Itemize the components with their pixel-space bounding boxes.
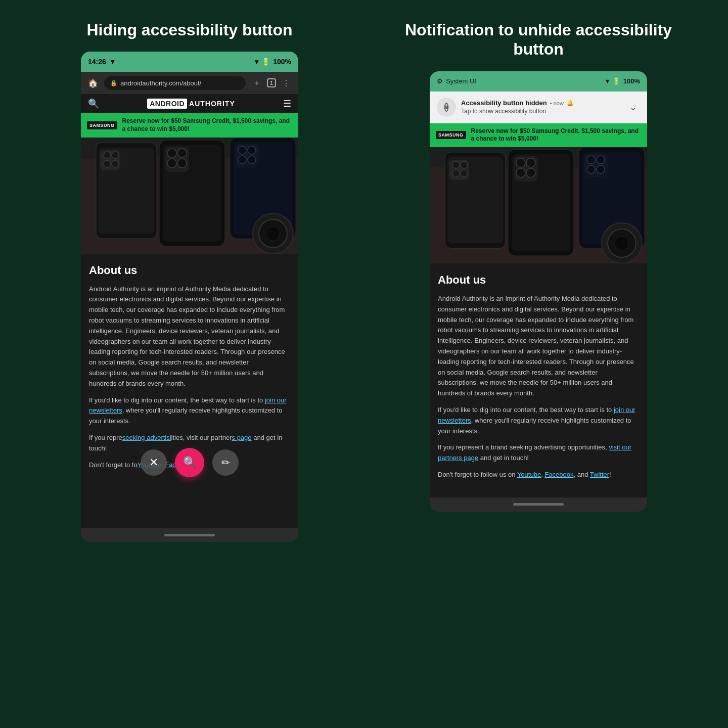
right-body-para2: If you'd like to dig into our content, t… (438, 405, 639, 436)
svg-point-36 (461, 170, 468, 177)
svg-point-21 (238, 156, 246, 164)
right-notif-title-row: Accessibility button hidden • now 🔔 (461, 99, 621, 107)
svg-point-34 (461, 161, 468, 168)
left-fab-edit-button[interactable]: ✏ (212, 449, 239, 476)
right-notification-card[interactable]: Accessibility button hidden • now 🔔 Tap … (430, 92, 647, 123)
right-notif-body: Tap to show accessibility button (461, 108, 621, 115)
left-section: Hiding accessibility button 14:26 ▼ ▾ 🔋 … (30, 20, 349, 542)
right-notif-title: Accessibility button hidden (461, 99, 547, 107)
left-home-pill (164, 534, 215, 536)
svg-point-12 (167, 149, 176, 158)
right-twitter-link[interactable]: Twitter (590, 471, 609, 478)
left-fab-search-button[interactable]: 🔍 (175, 448, 204, 477)
svg-point-14 (167, 159, 176, 168)
left-bottom-bar (81, 528, 298, 542)
svg-point-7 (104, 160, 111, 167)
right-youtube-link[interactable]: Youtube (517, 471, 541, 478)
left-lock-icon: 🔒 (110, 80, 117, 86)
page-container: Hiding accessibility button 14:26 ▼ ▾ 🔋 … (30, 20, 698, 542)
left-para3-mid: ities, visit our partner (171, 434, 232, 441)
svg-point-22 (248, 156, 256, 164)
svg-point-27 (446, 107, 447, 108)
left-url-box[interactable]: 🔒 androidauthority.com/about/ (104, 76, 246, 90)
right-samsung-text: Reserve now for $50 Samsung Credit, $1,5… (471, 127, 641, 143)
svg-point-43 (526, 168, 535, 177)
left-phone-mockup: 14:26 ▼ ▾ 🔋 100% 🏠 🔒 androidauthority.co… (81, 52, 298, 542)
left-article-body: Android Authority is an imprint of Autho… (89, 284, 290, 471)
left-site-nav: 🔍 ANDROID AUTHORITY ☰ (81, 94, 298, 113)
left-home-button[interactable]: 🏠 (86, 76, 100, 90)
svg-point-42 (516, 168, 525, 177)
right-system-ui-text: System UI (446, 77, 476, 85)
right-notif-icon-wrap (437, 98, 456, 117)
left-para2-prefix: If you'd like to dig into our content, t… (89, 396, 265, 404)
left-close-icon: ✕ (149, 456, 158, 469)
left-logo-text: ANDROID AUTHORITY (147, 99, 235, 109)
right-battery-text: 100% (623, 77, 640, 85)
right-samsung-banner: SAMSUNG Reserve now for $50 Samsung Cred… (430, 123, 647, 147)
right-battery-icon: 🔋 (612, 77, 620, 85)
right-notif-content: Accessibility button hidden • now 🔔 Tap … (461, 99, 621, 115)
left-url-text: androidauthority.com/about/ (120, 79, 201, 87)
right-phone-image (430, 147, 647, 263)
left-site-logo: ANDROID AUTHORITY (147, 99, 235, 109)
svg-point-40 (516, 158, 525, 167)
right-notif-time: • now (550, 100, 564, 106)
right-wifi-icon: ▾ (606, 77, 609, 85)
right-system-ui-label: ⚙ System UI (437, 77, 476, 85)
svg-point-53 (615, 236, 629, 250)
right-facebook-link[interactable]: Facebook (544, 471, 573, 478)
right-article-body: Android Authority is an imprint of Autho… (438, 294, 639, 480)
left-section-title: Hiding accessibility button (86, 20, 292, 39)
right-bottom-bar (430, 497, 647, 512)
right-body-para4: Don't forget to follow us on Youtube, Fa… (438, 470, 639, 480)
right-section-title: Notification to unhide accessibility but… (379, 20, 698, 59)
left-floating-area: ✕ 🔍 ✏ (81, 487, 298, 528)
left-samsung-logo: SAMSUNG (87, 121, 117, 129)
left-advertise-link[interactable]: seeking advertisi (122, 434, 171, 441)
left-phone-image (81, 138, 298, 254)
left-signal-icon: ▼ (109, 58, 116, 66)
right-para4-suffix: , and (573, 471, 589, 478)
left-samsung-text: Reserve now for $50 Samsung Credit, $1,5… (122, 117, 292, 133)
left-battery-text: 100% (273, 58, 291, 66)
svg-point-47 (587, 156, 595, 164)
right-body-para3: If you represent a brand seeking adverti… (438, 442, 639, 464)
left-search-icon[interactable]: 🔍 (88, 98, 99, 109)
svg-point-6 (112, 152, 119, 159)
left-new-tab-button[interactable]: ＋ (250, 76, 264, 90)
left-tab-count[interactable]: 1 (267, 78, 276, 87)
left-partners-link[interactable]: s page (232, 434, 252, 441)
svg-point-48 (597, 156, 605, 164)
svg-point-49 (587, 165, 595, 173)
left-body-para2: If you'd like to dig into our content, t… (89, 395, 290, 427)
left-menu-button[interactable]: ⋮ (279, 76, 293, 90)
left-status-bar-left: 14:26 ▼ (88, 58, 116, 66)
right-para4-end: ! (609, 471, 611, 478)
left-para3-prefix: If you repre (89, 434, 122, 441)
right-para3-suffix: and get in touch! (478, 454, 529, 462)
right-home-pill (513, 503, 564, 506)
left-status-bar-right: ▾ 🔋 100% (255, 58, 291, 66)
right-para4-prefix: Don't forget to follow us on (438, 471, 517, 478)
right-settings-icon: ⚙ (437, 77, 443, 85)
left-fab-close-button[interactable]: ✕ (141, 449, 167, 476)
right-settings-notif-icon (441, 102, 451, 112)
left-logo-authority: AUTHORITY (189, 100, 235, 108)
svg-point-20 (248, 146, 256, 154)
left-hamburger-icon[interactable]: ☰ (283, 98, 291, 109)
left-edit-icon: ✏ (221, 457, 230, 469)
left-floating-buttons: ✕ 🔍 ✏ (141, 448, 239, 477)
svg-point-33 (452, 161, 460, 168)
right-phone-mockup: ⚙ System UI ▾ 🔋 100% (430, 71, 647, 512)
right-notif-expand-button[interactable]: ⌄ (626, 100, 640, 114)
left-time: 14:26 (88, 58, 106, 66)
svg-point-25 (266, 226, 280, 241)
left-addr-actions: ＋ 1 ⋮ (250, 76, 293, 90)
left-address-bar: 🏠 🔒 androidauthority.com/about/ ＋ 1 ⋮ (81, 72, 298, 94)
right-para2-prefix: If you'd like to dig into our content, t… (438, 406, 614, 414)
right-body-para1: Android Authority is an imprint of Autho… (438, 294, 639, 399)
right-notif-bell-icon: 🔔 (567, 100, 574, 106)
right-chevron-down-icon: ⌄ (629, 102, 637, 113)
left-article-title: About us (89, 264, 290, 277)
